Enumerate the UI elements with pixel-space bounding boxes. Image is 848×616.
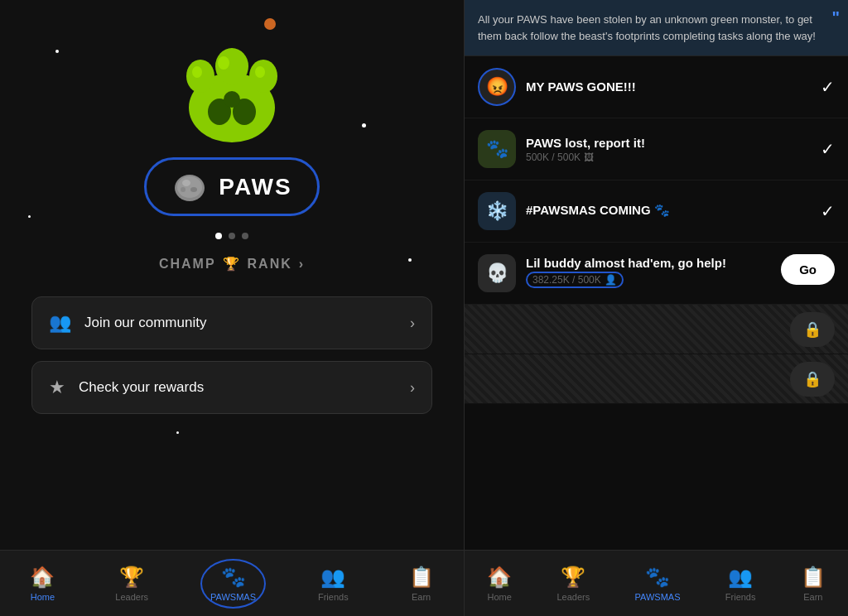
rank-chevron: › xyxy=(299,257,305,272)
task-content-2: PAWS lost, report it! 500K / 500K 🖼 xyxy=(526,136,811,163)
task-content-1: MY PAWS GONE!!! xyxy=(526,79,811,95)
svg-point-13 xyxy=(190,187,197,192)
rank-row[interactable]: CHAMP 🏆 RANK › xyxy=(159,256,305,272)
quote-mark: " xyxy=(832,5,840,30)
task-check-2: ✓ xyxy=(821,139,835,159)
nav-home-right[interactable]: 🏠 Home xyxy=(479,561,520,607)
community-chevron: › xyxy=(410,315,415,332)
locked-row-1: 🔒 xyxy=(465,305,848,354)
leaders-icon-right: 🏆 xyxy=(561,565,585,589)
task-title-1: MY PAWS GONE!!! xyxy=(526,79,811,94)
home-icon: 🏠 xyxy=(30,565,55,589)
paws-title: PAWS xyxy=(219,174,292,200)
task-content-3: #PAWSMAS COMING 🐾 xyxy=(526,203,811,219)
home-icon-right: 🏠 xyxy=(487,565,512,589)
task-title-4: Lil buddy almost had'em, go help! xyxy=(526,256,771,270)
dot-1[interactable] xyxy=(215,233,222,239)
paw-logo xyxy=(166,25,298,149)
task-icon-angry: 😡 xyxy=(478,68,516,106)
go-button-wrapper: Go xyxy=(781,254,835,285)
home-label-right: Home xyxy=(487,592,511,602)
task-content-4: Lil buddy almost had'em, go help! 382.25… xyxy=(526,254,771,288)
home-label: Home xyxy=(31,592,55,602)
task-item-4: 💀 Lil buddy almost had'em, go help! 382.… xyxy=(465,243,848,305)
task-check-3: ✓ xyxy=(821,201,835,221)
community-label: Join our community xyxy=(84,315,206,331)
task-icon-skull: 💀 xyxy=(478,254,516,292)
rewards-label: Check your rewards xyxy=(79,379,204,396)
nav-home-left[interactable]: 🏠 Home xyxy=(22,561,63,607)
nav-friends-right[interactable]: 👥 Friends xyxy=(717,561,764,607)
rock-icon xyxy=(171,168,209,205)
friends-label-right: Friends xyxy=(725,592,756,602)
community-icon: 👥 xyxy=(49,312,71,334)
nav-pawsmas-left[interactable]: 🐾 PAWSMAS xyxy=(200,559,266,609)
task-sub-2: 500K / 500K 🖼 xyxy=(526,152,811,163)
task-item-2: 🐾 PAWS lost, report it! 500K / 500K 🖼 ✓ xyxy=(465,118,848,180)
locked-button-1[interactable]: 🔒 xyxy=(790,312,835,347)
task-item: 😡 MY PAWS GONE!!! ✓ xyxy=(465,56,848,118)
locked-row-2: 🔒 xyxy=(465,354,848,404)
leaders-label-right: Leaders xyxy=(556,592,590,602)
rank-trophy: 🏆 xyxy=(223,256,241,272)
go-button[interactable]: Go xyxy=(781,254,835,285)
left-bottom-nav: 🏠 Home 🏆 Leaders 🐾 PAWSMAS 👥 Friends 📋 E… xyxy=(0,550,464,616)
right-bottom-nav: 🏠 Home 🏆 Leaders 🐾 PAWSMAS 👥 Friends 📋 E… xyxy=(465,550,848,616)
go-label: Go xyxy=(799,262,817,277)
friends-icon: 👥 xyxy=(320,565,345,589)
rank-label: CHAMP xyxy=(159,257,216,272)
earn-label-right: Earn xyxy=(803,592,822,602)
rank-suffix: RANK xyxy=(248,257,292,272)
leaders-label: Leaders xyxy=(115,592,148,602)
rewards-button[interactable]: ★ Check your rewards › xyxy=(31,361,432,414)
task-sub-4: 382.25K / 500K 👤 xyxy=(526,272,771,288)
nav-earn-right[interactable]: 📋 Earn xyxy=(793,561,834,607)
pawsmas-icon: 🐾 xyxy=(221,565,246,589)
task-check-1: ✓ xyxy=(821,77,835,97)
nav-earn-left[interactable]: 📋 Earn xyxy=(401,561,442,607)
pawsmas-icon-right: 🐾 xyxy=(645,565,670,589)
pawsmas-label-right: PAWSMAS xyxy=(635,592,681,602)
friends-icon-right: 👥 xyxy=(728,565,753,589)
task-title-2: PAWS lost, report it! xyxy=(526,136,811,150)
right-panel: All your PAWS have been stolen by an unk… xyxy=(464,0,848,616)
left-panel: PAWS CHAMP 🏆 RANK › 👥 Join our community… xyxy=(0,0,464,616)
svg-point-8 xyxy=(192,66,202,78)
task-sub-icon-4: 👤 xyxy=(605,274,617,286)
svg-point-9 xyxy=(255,66,265,78)
paws-badge: PAWS xyxy=(144,157,319,216)
svg-point-14 xyxy=(181,187,186,192)
rewards-icon: ★ xyxy=(49,377,65,398)
earn-icon-right: 📋 xyxy=(801,565,826,589)
action-buttons: 👥 Join our community › ★ Check your rewa… xyxy=(23,296,441,414)
svg-point-7 xyxy=(218,56,229,70)
svg-point-11 xyxy=(177,176,202,198)
task-icon-snowflake: ❄️ xyxy=(478,192,516,230)
community-button[interactable]: 👥 Join our community › xyxy=(31,296,432,349)
dot-3[interactable] xyxy=(242,233,248,239)
leaders-icon: 🏆 xyxy=(119,565,144,589)
task-sub-icon-2: 🖼 xyxy=(584,152,594,163)
friends-label: Friends xyxy=(318,592,349,602)
rewards-chevron: › xyxy=(410,379,415,397)
pawsmas-label: PAWSMAS xyxy=(210,592,256,602)
slide-dots xyxy=(215,233,248,239)
story-text: All your PAWS have been stolen by an unk… xyxy=(478,13,816,42)
nav-leaders-right[interactable]: 🏆 Leaders xyxy=(548,561,598,607)
task-title-3: #PAWSMAS COMING 🐾 xyxy=(526,203,811,218)
tasks-list: 😡 MY PAWS GONE!!! ✓ 🐾 PAWS lost, report … xyxy=(465,56,848,550)
svg-point-12 xyxy=(182,180,190,186)
earn-icon: 📋 xyxy=(409,565,434,589)
nav-leaders-left[interactable]: 🏆 Leaders xyxy=(107,561,157,607)
left-main: PAWS CHAMP 🏆 RANK › 👥 Join our community… xyxy=(0,0,464,550)
story-banner: All your PAWS have been stolen by an unk… xyxy=(465,0,848,56)
earn-label: Earn xyxy=(412,592,431,602)
task-item-3: ❄️ #PAWSMAS COMING 🐾 ✓ xyxy=(465,180,848,243)
nav-friends-left[interactable]: 👥 Friends xyxy=(310,561,357,607)
task-progress-2: 500K / 500K xyxy=(526,152,581,163)
svg-point-6 xyxy=(224,91,240,108)
locked-button-2[interactable]: 🔒 xyxy=(790,362,835,397)
nav-pawsmas-right[interactable]: 🐾 PAWSMAS xyxy=(627,561,689,607)
task-icon-paws: 🐾 xyxy=(478,130,516,168)
dot-2[interactable] xyxy=(229,233,235,239)
